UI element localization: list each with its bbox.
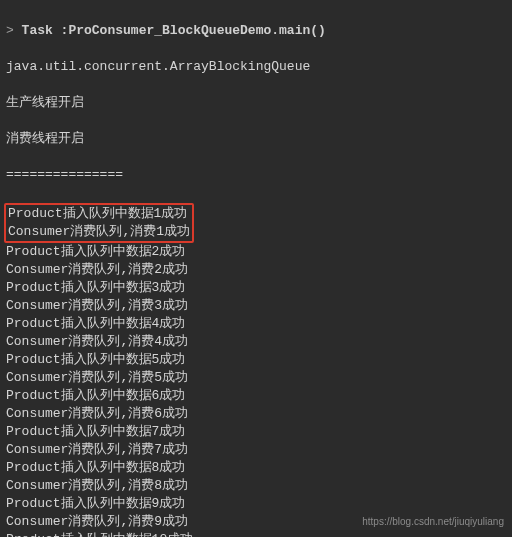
- log-line: Consumer消费队列,消费5成功: [6, 369, 506, 387]
- consumer-start-line: 消费线程开启: [6, 130, 506, 148]
- log-line: Product插入队列中数据8成功: [6, 459, 506, 477]
- highlight-line-2: Consumer消费队列,消费1成功: [8, 223, 190, 241]
- console-output: > Task :ProConsumer_BlockQueueDemo.main(…: [0, 0, 512, 537]
- log-line: Product插入队列中数据6成功: [6, 387, 506, 405]
- log-line: Product插入队列中数据3成功: [6, 279, 506, 297]
- log-line: Product插入队列中数据10成功: [6, 531, 506, 537]
- log-line: Consumer消费队列,消费3成功: [6, 297, 506, 315]
- watermark: https://blog.csdn.net/jiuqiyuliang: [362, 513, 504, 531]
- log-lines: Product插入队列中数据2成功Consumer消费队列,消费2成功Produ…: [6, 243, 506, 537]
- log-line: Product插入队列中数据5成功: [6, 351, 506, 369]
- log-line: Consumer消费队列,消费8成功: [6, 477, 506, 495]
- log-line: Consumer消费队列,消费2成功: [6, 261, 506, 279]
- log-line: Product插入队列中数据2成功: [6, 243, 506, 261]
- task-prompt: >: [6, 23, 22, 38]
- highlight-annotation: Product插入队列中数据1成功Consumer消费队列,消费1成功: [4, 203, 194, 243]
- producer-start-line: 生产线程开启: [6, 94, 506, 112]
- log-line: Product插入队列中数据9成功: [6, 495, 506, 513]
- log-line: Consumer消费队列,消费6成功: [6, 405, 506, 423]
- log-line: Consumer消费队列,消费7成功: [6, 441, 506, 459]
- log-line: Product插入队列中数据7成功: [6, 423, 506, 441]
- log-line: Product插入队列中数据4成功: [6, 315, 506, 333]
- highlight-line-1: Product插入队列中数据1成功: [8, 205, 190, 223]
- class-name-line: java.util.concurrent.ArrayBlockingQueue: [6, 58, 506, 76]
- log-line: Consumer消费队列,消费4成功: [6, 333, 506, 351]
- separator-line: ===============: [6, 166, 506, 184]
- task-name: Task :ProConsumer_BlockQueueDemo.main(): [22, 23, 326, 38]
